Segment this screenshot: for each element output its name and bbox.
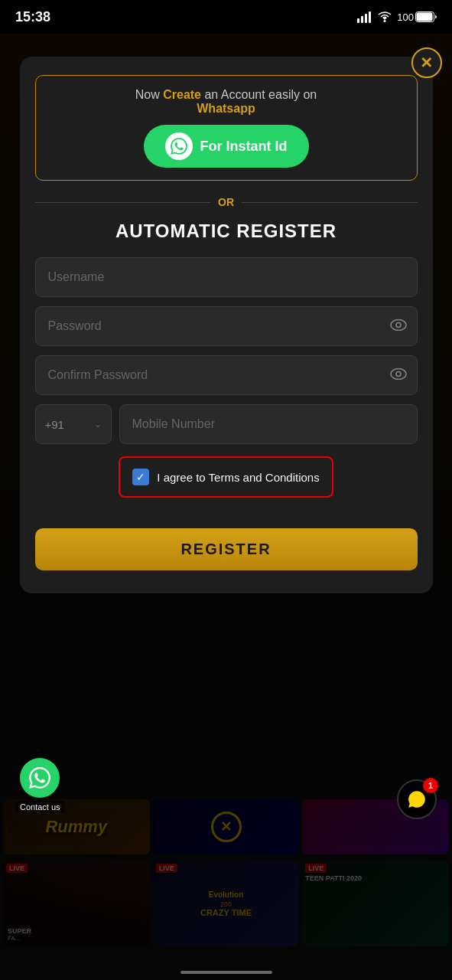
status-time: 15:38	[15, 9, 50, 25]
close-button[interactable]: ✕	[411, 47, 442, 78]
password-field-wrap	[35, 306, 418, 346]
whatsapp-promo-text: Now Create an Account easily on Whatsapp	[48, 88, 405, 116]
svg-point-4	[384, 20, 386, 22]
phone-row: +91 ⌄	[35, 404, 418, 444]
or-text: OR	[218, 196, 234, 208]
register-title: AUTOMATIC REGISTER	[35, 220, 418, 242]
confirm-password-field-wrap	[35, 355, 418, 395]
country-code-select[interactable]: +91 ⌄	[35, 404, 112, 444]
terms-label: I agree to Terms and Conditions	[157, 471, 319, 484]
confirm-password-eye-icon[interactable]	[390, 367, 407, 384]
svg-rect-0	[357, 18, 359, 23]
chat-badge: 1	[423, 778, 438, 793]
home-indicator	[180, 971, 272, 974]
whatsapp-section: Now Create an Account easily on Whatsapp…	[35, 75, 418, 181]
terms-checkbox-wrap[interactable]: ✓ I agree to Terms and Conditions	[119, 456, 333, 498]
password-eye-icon[interactable]	[390, 318, 407, 335]
register-button[interactable]: REGISTER	[35, 528, 418, 570]
username-field-wrap	[35, 257, 418, 297]
whatsapp-float-section: Contact us	[15, 758, 65, 813]
username-input[interactable]	[35, 257, 418, 297]
svg-point-7	[391, 320, 406, 331]
svg-rect-2	[365, 14, 367, 23]
svg-rect-6	[417, 13, 433, 21]
svg-point-8	[396, 323, 401, 328]
mobile-number-input[interactable]	[119, 404, 418, 444]
signal-icon	[357, 11, 372, 23]
register-modal: ✕ Now Create an Account easily on Whatsa…	[20, 57, 433, 593]
svg-rect-3	[369, 11, 371, 23]
or-divider: OR	[35, 196, 418, 208]
country-chevron-icon: ⌄	[94, 419, 102, 430]
modal-overlay: ✕ Now Create an Account easily on Whatsa…	[0, 34, 452, 980]
or-line-left	[35, 202, 211, 203]
wifi-icon	[377, 11, 392, 23]
password-input[interactable]	[35, 306, 418, 346]
status-bar: 15:38 100	[0, 0, 452, 34]
whatsapp-icon	[165, 132, 193, 160]
battery-icon: 100	[397, 11, 437, 23]
svg-point-10	[396, 372, 401, 377]
checkmark-icon: ✓	[136, 471, 145, 483]
svg-point-9	[391, 369, 406, 380]
or-line-right	[242, 202, 418, 203]
status-icons: 100	[357, 11, 437, 23]
contact-us-label: Contact us	[15, 801, 65, 813]
whatsapp-instant-id-button[interactable]: For Instant Id	[144, 125, 309, 168]
chat-support-button[interactable]: 1	[397, 779, 437, 819]
confirm-password-input[interactable]	[35, 355, 418, 395]
whatsapp-float-button[interactable]	[20, 758, 60, 798]
terms-checkbox[interactable]: ✓	[132, 469, 149, 485]
svg-rect-1	[361, 16, 363, 23]
